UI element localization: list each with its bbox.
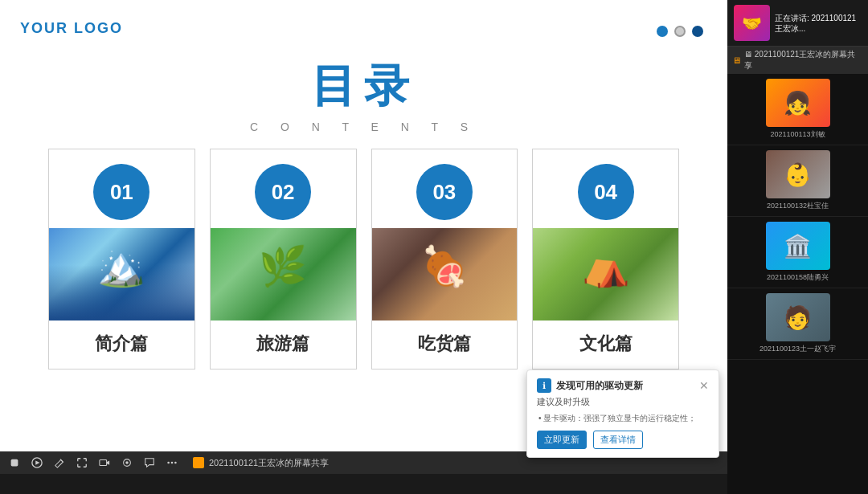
status-text: 2021100121王宏冰的屏幕共享 bbox=[209, 457, 329, 469]
notification-detail: • 显卡驱动：强强了独立显卡的运行稳定性； bbox=[537, 413, 709, 424]
cards-container: 01 简介篇 02 旅游篇 03 吃货篇 04 文化篇 bbox=[48, 149, 679, 369]
participant-name-4: 2021100123土一赵飞宇 bbox=[760, 344, 836, 354]
svg-rect-0 bbox=[11, 459, 18, 467]
notification-title: 发现可用的驱动更新 bbox=[556, 379, 643, 393]
participant-name-3: 2021100158陆勇兴 bbox=[767, 272, 829, 283]
nav-dot-1[interactable] bbox=[657, 26, 668, 37]
card-label-1: 简介篇 bbox=[95, 320, 148, 369]
participant-item-1: 👧 2021100113刘敏 bbox=[727, 74, 868, 145]
record-icon[interactable] bbox=[121, 456, 133, 469]
navigation-dots bbox=[657, 26, 703, 37]
participant-item-3: 🏛️ 2021100158陆勇兴 bbox=[727, 217, 868, 288]
card-number-2: 02 bbox=[255, 164, 311, 220]
notification-update-button[interactable]: 立即更新 bbox=[537, 431, 587, 449]
bottom-status: 2021100121王宏冰的屏幕共享 bbox=[193, 457, 329, 469]
notification-icon: ℹ bbox=[537, 378, 551, 393]
screen-share-icon: 🖥 bbox=[732, 55, 741, 65]
card-2[interactable]: 02 旅游篇 bbox=[210, 149, 357, 369]
card-number-4: 04 bbox=[578, 164, 634, 220]
notification-details-button[interactable]: 查看详情 bbox=[593, 431, 643, 449]
card-image-4 bbox=[533, 228, 678, 320]
status-screen-icon bbox=[193, 457, 204, 468]
participant-avatar-4: 🧑 bbox=[766, 293, 830, 341]
svg-point-8 bbox=[167, 462, 170, 464]
notification-subtitle: 建议及时升级 bbox=[537, 396, 709, 408]
sidebar: 🤝 正在讲话: 2021100121王宏冰... 🖥 🖥 2021100121王… bbox=[727, 0, 868, 494]
participant-avatar-2: 👶 bbox=[766, 150, 830, 198]
card-image-3 bbox=[372, 228, 518, 320]
svg-point-10 bbox=[174, 462, 177, 464]
participants-list: 👧 2021100113刘敏 👶 2021100132杜宝佳 🏛️ 202110… bbox=[727, 74, 868, 494]
active-speaker-label: 正在讲话: 2021100121王宏冰... bbox=[775, 13, 862, 34]
play-icon[interactable] bbox=[31, 456, 43, 469]
card-image-2 bbox=[211, 228, 356, 320]
participant-item-2: 👶 2021100132杜宝佳 bbox=[727, 145, 868, 217]
participant-item-4: 🧑 2021100123土一赵飞宇 bbox=[727, 288, 868, 360]
stop-icon[interactable] bbox=[8, 456, 21, 469]
shared-screen-bar: 🖥 🖥 2021100121王宏冰的屏幕共享 bbox=[727, 47, 868, 74]
participant-avatar-3: 🏛️ bbox=[766, 222, 830, 270]
screen-share-text: 🖥 2021100121王宏冰的屏幕共享 bbox=[744, 49, 863, 71]
active-speaker-avatar-img: 🤝 bbox=[734, 5, 770, 41]
active-speaker-avatar: 🤝 bbox=[734, 5, 770, 41]
card-number-3: 03 bbox=[416, 164, 473, 220]
active-speaker-header: 🤝 正在讲话: 2021100121王宏冰... bbox=[727, 0, 868, 47]
participant-name-2: 2021100132杜宝佳 bbox=[767, 201, 829, 211]
card-image-1 bbox=[49, 228, 194, 320]
participant-name-1: 2021100113刘敏 bbox=[770, 129, 825, 140]
more-icon[interactable] bbox=[166, 456, 178, 469]
active-speaker-info: 正在讲话: 2021100121王宏冰... bbox=[775, 13, 862, 34]
nav-dot-3[interactable] bbox=[692, 26, 703, 37]
camera-icon[interactable] bbox=[98, 456, 111, 469]
card-3[interactable]: 03 吃货篇 bbox=[371, 149, 518, 369]
edit-icon[interactable] bbox=[53, 456, 66, 469]
notification-actions: 立即更新 查看详情 bbox=[537, 431, 709, 449]
fullscreen-icon[interactable] bbox=[76, 456, 88, 469]
svg-marker-2 bbox=[35, 460, 39, 464]
logo: YOUR LOGO bbox=[20, 20, 123, 37]
notification-header: ℹ 发现可用的驱动更新 ✕ bbox=[537, 378, 709, 393]
notification-popup: ℹ 发现可用的驱动更新 ✕ 建议及时升级 • 显卡驱动：强强了独立显卡的运行稳定… bbox=[526, 369, 719, 458]
card-label-4: 文化篇 bbox=[579, 320, 633, 369]
svg-point-7 bbox=[125, 461, 129, 464]
card-label-3: 吃货篇 bbox=[418, 320, 471, 369]
chat-icon[interactable] bbox=[143, 456, 156, 469]
card-label-2: 旅游篇 bbox=[256, 320, 309, 369]
svg-point-9 bbox=[171, 462, 174, 464]
svg-rect-4 bbox=[100, 460, 107, 466]
participant-avatar-1: 👧 bbox=[766, 79, 830, 127]
notification-close-button[interactable]: ✕ bbox=[699, 379, 709, 392]
card-1[interactable]: 01 简介篇 bbox=[48, 149, 195, 369]
card-4[interactable]: 04 文化篇 bbox=[532, 149, 679, 369]
nav-dot-2[interactable] bbox=[674, 26, 686, 37]
title-section: 目录 C O N T E N T S bbox=[0, 56, 727, 133]
title-english: C O N T E N T S bbox=[0, 120, 727, 133]
title-chinese: 目录 bbox=[0, 56, 727, 117]
card-number-1: 01 bbox=[93, 164, 149, 220]
